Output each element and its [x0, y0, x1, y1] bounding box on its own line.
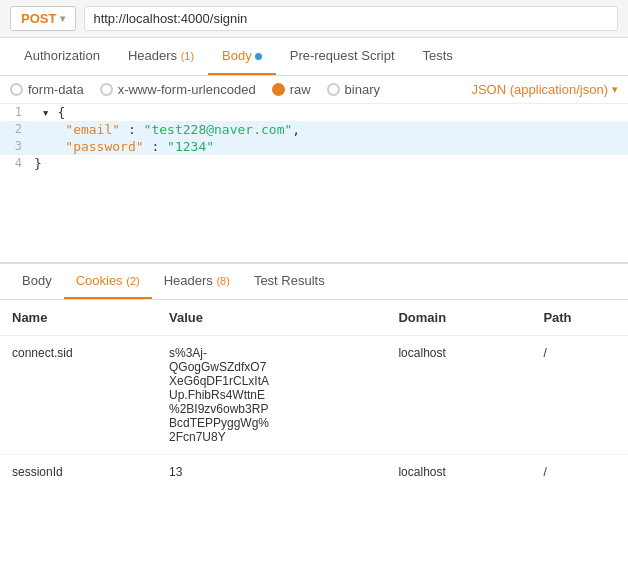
- line-content-4: }: [30, 156, 42, 171]
- code-line-2: 2 "email" : "test228@naver.com",: [0, 121, 628, 138]
- body-options: form-data x-www-form-urlencoded raw bina…: [0, 76, 628, 104]
- tab-tests[interactable]: Tests: [409, 38, 467, 75]
- resp-tab-cookies[interactable]: Cookies (2): [64, 264, 152, 299]
- tab-tests-label: Tests: [423, 48, 453, 63]
- cookie-row-1: connect.sid s%3Aj-QGogGwSZdfxO7XeG6qDF1r…: [0, 336, 628, 455]
- option-x-www[interactable]: x-www-form-urlencoded: [100, 82, 256, 97]
- line-num-1: 1: [0, 105, 30, 119]
- option-form-data-label: form-data: [28, 82, 84, 97]
- line-num-3: 3: [0, 139, 30, 153]
- resp-tab-test-results-label: Test Results: [254, 273, 325, 288]
- method-button[interactable]: POST ▾: [10, 6, 76, 31]
- resp-tab-cookies-label: Cookies: [76, 273, 127, 288]
- json-type-selector[interactable]: JSON (application/json) ▾: [471, 82, 618, 97]
- cookie-1-value: s%3Aj-QGogGwSZdfxO7XeG6qDF1rCLxItAUp.Fhi…: [157, 336, 386, 455]
- top-bar: POST ▾: [0, 0, 628, 38]
- col-header-name: Name: [0, 300, 157, 336]
- cookies-table: Name Value Domain Path connect.sid s%3Aj…: [0, 300, 628, 489]
- json-type-chevron-icon: ▾: [612, 83, 618, 96]
- nav-tabs: Authorization Headers (1) Body Pre-reque…: [0, 38, 628, 76]
- method-label: POST: [21, 11, 56, 26]
- tab-body-label: Body: [222, 48, 252, 63]
- url-input[interactable]: [84, 6, 618, 31]
- option-x-www-label: x-www-form-urlencoded: [118, 82, 256, 97]
- line-content-2: "email" : "test228@naver.com",: [30, 122, 300, 137]
- resp-tab-body[interactable]: Body: [10, 264, 64, 299]
- code-line-3: 3 "password" : "1234": [0, 138, 628, 155]
- tab-authorization[interactable]: Authorization: [10, 38, 114, 75]
- option-binary-label: binary: [345, 82, 380, 97]
- resp-tab-headers[interactable]: Headers (8): [152, 264, 242, 299]
- tab-authorization-label: Authorization: [24, 48, 100, 63]
- line-num-4: 4: [0, 156, 30, 170]
- response-tabs: Body Cookies (2) Headers (8) Test Result…: [0, 264, 628, 300]
- code-editor[interactable]: 1 ▾ { 2 "email" : "test228@naver.com", 3…: [0, 104, 628, 264]
- json-type-label: JSON (application/json): [471, 82, 608, 97]
- line-content-1: ▾ {: [30, 105, 65, 120]
- resp-tab-headers-badge: (8): [216, 275, 229, 287]
- cookie-2-value: 13: [157, 455, 386, 490]
- tab-prerequest-label: Pre-request Script: [290, 48, 395, 63]
- cookies-header-row: Name Value Domain Path: [0, 300, 628, 336]
- option-raw[interactable]: raw: [272, 82, 311, 97]
- radio-binary: [327, 83, 340, 96]
- tab-headers-badge: (1): [181, 50, 194, 62]
- cookie-2-domain: localhost: [386, 455, 531, 490]
- col-header-value: Value: [157, 300, 386, 336]
- col-header-path: Path: [531, 300, 628, 336]
- resp-tab-test-results[interactable]: Test Results: [242, 264, 337, 299]
- cookie-1-path: /: [531, 336, 628, 455]
- cookie-2-path: /: [531, 455, 628, 490]
- tab-body[interactable]: Body: [208, 38, 276, 75]
- tab-headers-label: Headers: [128, 48, 181, 63]
- resp-tab-headers-label: Headers: [164, 273, 217, 288]
- cookie-1-domain: localhost: [386, 336, 531, 455]
- cookie-1-name: connect.sid: [0, 336, 157, 455]
- option-raw-label: raw: [290, 82, 311, 97]
- tab-headers[interactable]: Headers (1): [114, 38, 208, 75]
- radio-raw: [272, 83, 285, 96]
- line-num-2: 2: [0, 122, 30, 136]
- code-line-4: 4 }: [0, 155, 628, 172]
- line-content-3: "password" : "1234": [30, 139, 214, 154]
- option-binary[interactable]: binary: [327, 82, 380, 97]
- code-line-1: 1 ▾ {: [0, 104, 628, 121]
- cookie-2-name: sessionId: [0, 455, 157, 490]
- option-form-data[interactable]: form-data: [10, 82, 84, 97]
- tab-prerequest[interactable]: Pre-request Script: [276, 38, 409, 75]
- radio-form-data: [10, 83, 23, 96]
- cookie-row-2: sessionId 13 localhost /: [0, 455, 628, 490]
- method-chevron-icon: ▾: [60, 13, 65, 24]
- col-header-domain: Domain: [386, 300, 531, 336]
- response-section: Body Cookies (2) Headers (8) Test Result…: [0, 264, 628, 489]
- radio-x-www: [100, 83, 113, 96]
- resp-tab-cookies-badge: (2): [126, 275, 139, 287]
- tab-body-dot: [255, 53, 262, 60]
- resp-tab-body-label: Body: [22, 273, 52, 288]
